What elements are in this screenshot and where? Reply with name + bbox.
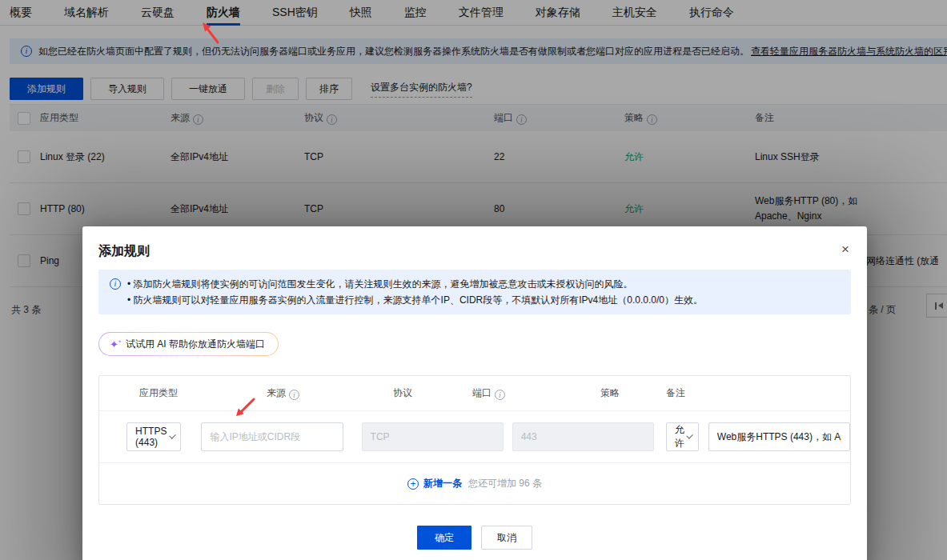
ai-sparkle-icon <box>110 339 118 350</box>
policy-select[interactable]: 允许 <box>666 422 699 451</box>
form-header-row: 应用类型 来源 协议 端口 策略 备注 <box>99 376 850 411</box>
protocol-input <box>362 422 504 451</box>
form-col-app-type: 应用类型 <box>134 386 247 400</box>
app-type-select[interactable]: HTTPS (443) <box>126 422 181 451</box>
form-col-remark: 备注 <box>666 386 828 400</box>
add-rule-modal: 添加规则 × 添加防火墙规则将使实例的可访问范围发生变化，请关注规则生效的来源，… <box>82 226 867 560</box>
source-input[interactable] <box>201 422 343 451</box>
chevron-down-icon <box>169 432 175 438</box>
modal-title: 添加规则 <box>98 242 150 260</box>
form-rule-row: HTTPS (443) 允许 <box>99 411 850 462</box>
form-col-policy: 策略 <box>600 386 656 400</box>
plus-circle-icon <box>407 478 419 490</box>
port-input <box>512 422 654 451</box>
form-col-protocol: 协议 <box>393 386 463 400</box>
form-col-port: 端口 <box>472 386 588 400</box>
add-row-hint: 您还可增加 96 条 <box>468 477 542 490</box>
ai-assist-button[interactable]: 试试用 AI 帮助你放通防火墙端口 <box>98 332 279 356</box>
confirm-button[interactable]: 确定 <box>417 526 471 550</box>
form-col-source: 来源 <box>267 386 375 400</box>
info-icon[interactable] <box>495 390 505 400</box>
modal-notice: 添加防火墙规则将使实例的可访问范围发生变化，请关注规则生效的来源，避免增加被恶意… <box>98 270 851 314</box>
drag-handle-icon[interactable] <box>112 430 114 445</box>
cancel-button[interactable]: 取消 <box>481 526 532 550</box>
add-one-rule-link[interactable]: 新增一条 <box>423 477 462 490</box>
close-icon[interactable]: × <box>840 242 851 256</box>
info-icon <box>110 278 121 290</box>
add-row-bar: 新增一条 您还可增加 96 条 <box>99 462 850 504</box>
ai-assist-label: 试试用 AI 帮助你放通防火墙端口 <box>126 338 265 351</box>
notice-line: 添加防火墙规则将使实例的可访问范围发生变化，请关注规则生效的来源，避免增加被恶意… <box>127 276 703 292</box>
info-icon[interactable] <box>289 390 299 400</box>
chevron-down-icon <box>687 432 693 438</box>
remark-input[interactable] <box>708 422 850 451</box>
firewall-page: 概要 域名解析 云硬盘 防火墙 SSH密钥 快照 监控 文件管理 对象存储 主机… <box>0 0 947 560</box>
notice-line: 防火墙规则可以对轻量应用服务器实例的入流量进行控制，来源支持单个IP、CIDR段… <box>127 292 703 308</box>
rule-form: 应用类型 来源 协议 端口 策略 备注 HTTPS (443) 允许 <box>98 375 851 505</box>
